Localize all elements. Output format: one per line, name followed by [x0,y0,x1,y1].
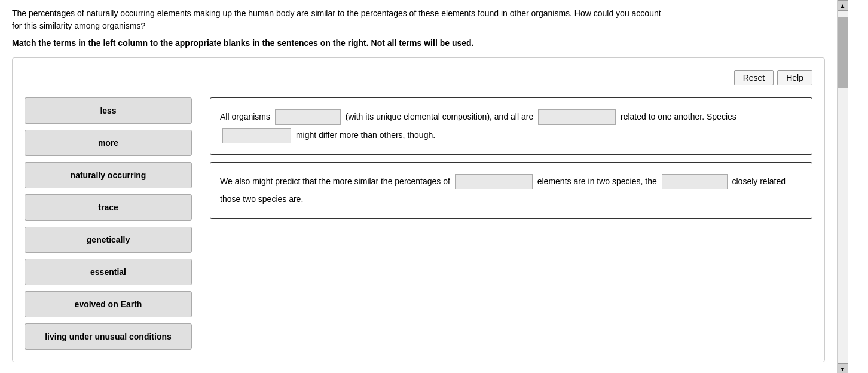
term-living-under-unusual[interactable]: living under unusual conditions [25,323,192,350]
scrollbar: ▲ ▼ [837,0,848,373]
scrollbar-track [838,11,848,363]
sentences-column: All organisms (with its unique elemental… [210,97,812,350]
exercise-body: less more naturally occurring trace gene… [25,97,812,350]
top-buttons-row: Reset Help [25,70,812,85]
terms-column: less more naturally occurring trace gene… [25,97,192,350]
scrollbar-thumb[interactable] [838,17,848,88]
term-trace[interactable]: trace [25,194,192,221]
term-essential[interactable]: essential [25,259,192,285]
scrollbar-down-button[interactable]: ▼ [838,363,848,373]
term-genetically[interactable]: genetically [25,227,192,253]
exercise-container: Reset Help less more naturally occurring… [12,57,825,362]
blank-2-2[interactable] [662,174,728,189]
blank-1-1[interactable] [275,109,341,125]
sentence2-text1: We also might predict that the more simi… [220,176,450,186]
term-naturally-occurring[interactable]: naturally occurring [25,162,192,188]
blank-1-3[interactable] [222,128,291,143]
term-less[interactable]: less [25,97,192,124]
term-evolved-on-earth[interactable]: evolved on Earth [25,291,192,317]
sentence-box-1: All organisms (with its unique elemental… [210,97,812,155]
sentence2-text2: elements are in two species, the [537,176,657,186]
term-more[interactable]: more [25,130,192,156]
reset-button[interactable]: Reset [734,70,774,85]
sentence1-text2: (with its unique elemental composition),… [346,112,533,121]
sentence1-text1: All organisms [220,112,270,121]
blank-2-1[interactable] [455,174,533,189]
sentence-box-2: We also might predict that the more simi… [210,162,812,219]
help-button[interactable]: Help [777,70,812,85]
scrollbar-up-button[interactable]: ▲ [838,0,848,11]
blank-1-2[interactable] [538,109,616,125]
sentence1-text3: related to one another. Species [621,112,736,121]
question-text: The percentages of naturally occurring e… [12,7,825,32]
sentence1-text4: might differ more than others, though. [296,130,435,140]
instructions: Match the terms in the left column to th… [12,38,825,48]
